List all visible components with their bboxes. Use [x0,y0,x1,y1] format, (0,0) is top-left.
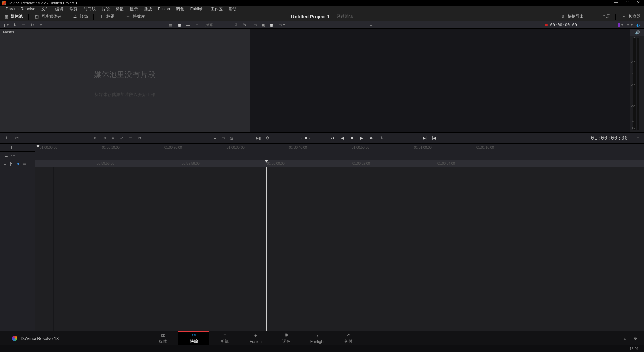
zoom-dropdown[interactable] [369,23,372,27]
transitions-toggle[interactable]: ⇄转场 [72,14,88,19]
snap-button[interactable]: ⊂ [3,161,7,166]
track-tool-a-button[interactable]: T̲ [5,145,7,150]
page-tab-媒体[interactable]: ▦媒体 [148,331,178,345]
ripple-overwrite-button[interactable]: ⇔ [111,136,115,140]
flag-button[interactable]: ● [17,161,19,166]
page-tab-label: 快编 [190,339,198,344]
page-tab-快编[interactable]: ✂快编 [178,331,209,345]
menu-mark[interactable]: 标记 [113,6,127,12]
page-tab-交付[interactable]: ➚交付 [333,331,364,345]
next-edit-button[interactable]: ▶| [423,136,427,140]
menu-edit[interactable]: 编辑 [52,6,66,12]
jog-control[interactable]: ‹› [301,136,310,140]
media-pool-toggle[interactable]: ▦媒体池 [3,14,23,19]
timeline-ruler[interactable]: 00:59:56:00 00:59:58:00 01:00:00:00 01:0… [35,160,644,167]
page-tab-fairlight[interactable]: ♪Fairlight [302,331,333,345]
fullscreen-button[interactable]: ⛶全屏 [595,14,610,19]
media-empty-subtitle: 从媒体存储添加片段以开始工作 [94,92,155,98]
link-button[interactable]: ∞ [38,23,44,27]
fast-review-button[interactable]: ▶▮ [256,136,261,140]
menu-file[interactable]: 文件 [38,6,52,12]
menu-workspace[interactable]: 工作区 [208,6,226,12]
list-view-button[interactable]: ≡ [194,23,199,27]
metadata-view-button[interactable]: ▤ [168,23,173,27]
close-button[interactable]: ✕ [637,0,640,5]
effects-toggle[interactable]: ✧特效库 [125,14,145,19]
project-settings-button[interactable]: ⚙ [634,336,637,341]
menu-timeline[interactable]: 时间线 [80,6,99,12]
timeline-tracks[interactable] [35,167,644,331]
speaker-icon[interactable]: 🔊 [630,29,644,36]
bin-list-dropdown[interactable]: ▮ [3,23,9,27]
play-reverse-button[interactable]: ◀ [341,136,344,140]
sync-clips-button[interactable]: ↻ [30,23,35,27]
menu-clip[interactable]: 片段 [99,6,113,12]
home-button[interactable]: ⌂ [624,336,626,341]
bypass-button[interactable]: ◐ [635,23,641,27]
import-media-button[interactable]: ⬇ [12,23,17,27]
menu-view[interactable]: 显示 [127,6,141,12]
go-to-start-button[interactable]: ⏮ [330,136,334,140]
audio-sync-button[interactable]: ▭ [23,161,26,166]
stop-button[interactable]: ■ [351,136,353,140]
viewer-panel[interactable] [250,29,630,132]
menu-color[interactable]: 调色 [173,6,187,12]
menu-help[interactable]: 帮助 [226,6,240,12]
append-button[interactable]: ⇥ [103,136,106,140]
track-tool-c-button[interactable]: ≣ [5,153,8,158]
timeline-playhead[interactable] [266,167,267,331]
track-tool-d-button[interactable]: 〰 [11,153,15,158]
maximize-button[interactable]: ▢ [626,0,629,5]
ruler-tick: 01:00:10:00 [102,146,120,149]
split-clip-button[interactable]: ✂ [15,136,19,140]
boring-detector-button[interactable]: ⊪⁝ [5,136,10,140]
timeline-track-headers[interactable] [0,167,35,331]
menu-fusion[interactable]: Fusion [155,7,173,11]
menu-fairlight[interactable]: Fairlight [187,7,208,11]
sort-button[interactable]: ⇅ [233,23,238,27]
viewer-option-dropdown[interactable]: ▭ [279,23,284,27]
media-bin-name[interactable]: Master [0,29,250,35]
minimize-button[interactable]: — [614,0,618,5]
source-clip-button[interactable]: ▣ [260,23,266,27]
strip-view-button[interactable]: ▬ [185,23,191,27]
media-sub-toolbar: ▮ ⬇ ▭ ↻ ∞ ▤ ▦ ▬ ≡ 搜索 ⇅ ↻ ▭ ▣ ▦ ▭ 00:00:0… [0,21,644,29]
place-on-top-button[interactable]: ▭ [129,136,132,140]
sync-bin-toggle[interactable]: ⬚同步媒体夹 [34,14,61,19]
menu-davinci[interactable]: DaVinci Resolve [3,7,38,11]
smart-insert-button[interactable]: ⇤ [94,136,97,140]
source-tape-button[interactable]: ▭ [252,23,258,27]
marker-color-dropdown[interactable] [618,23,623,27]
status-bar: 16:01 [0,345,644,352]
go-to-end-button[interactable]: ⏭ [370,136,374,140]
quick-export-button[interactable]: ⇪快捷导出 [560,14,584,19]
tools-1-button[interactable]: ≣ [213,136,217,140]
tools-dropdown[interactable]: ✧ [627,23,632,27]
timeline-options-button[interactable]: ⚙ [266,136,269,140]
tools-3-button[interactable]: ▨ [230,136,233,140]
marker-button[interactable]: [•] [10,161,14,166]
menu-playback[interactable]: 播放 [141,6,155,12]
loop-button[interactable]: ↻ [380,136,384,140]
play-button[interactable]: ▶ [360,136,363,140]
titles-toggle[interactable]: T标题 [99,14,114,19]
inspector-toggle[interactable]: ✂检查器 [621,14,641,19]
tools-2-button[interactable]: ▭ [221,136,225,140]
source-timeline-button[interactable]: ▦ [268,23,274,27]
page-tab-调色[interactable]: ✺调色 [271,331,302,345]
new-bin-button[interactable]: ▭ [21,23,26,27]
refresh-button[interactable]: ↻ [242,23,247,27]
menu-trim[interactable]: 修剪 [66,6,80,12]
page-tab-剪辑[interactable]: ≡剪辑 [209,331,240,345]
upper-ruler-track[interactable]: 01:00:00:00 01:00:10:00 01:00:20:00 01:0… [35,144,644,160]
prev-edit-button[interactable]: |◀ [432,136,436,140]
closeup-button[interactable]: ⤢ [120,136,123,140]
source-overwrite-button[interactable]: ⧉ [138,136,141,140]
timeline-timecode[interactable]: 01:00:00:00 [591,135,628,141]
track-tool-b-button[interactable]: T̲ [10,145,13,150]
page-tab-fusion[interactable]: ✦Fusion [240,331,271,345]
thumbnail-view-button[interactable]: ▦ [176,23,182,27]
timeline-menu-button[interactable]: ≡ [637,136,639,140]
search-input[interactable]: 搜索 [205,22,213,28]
playhead-marker-icon[interactable] [36,145,40,148]
